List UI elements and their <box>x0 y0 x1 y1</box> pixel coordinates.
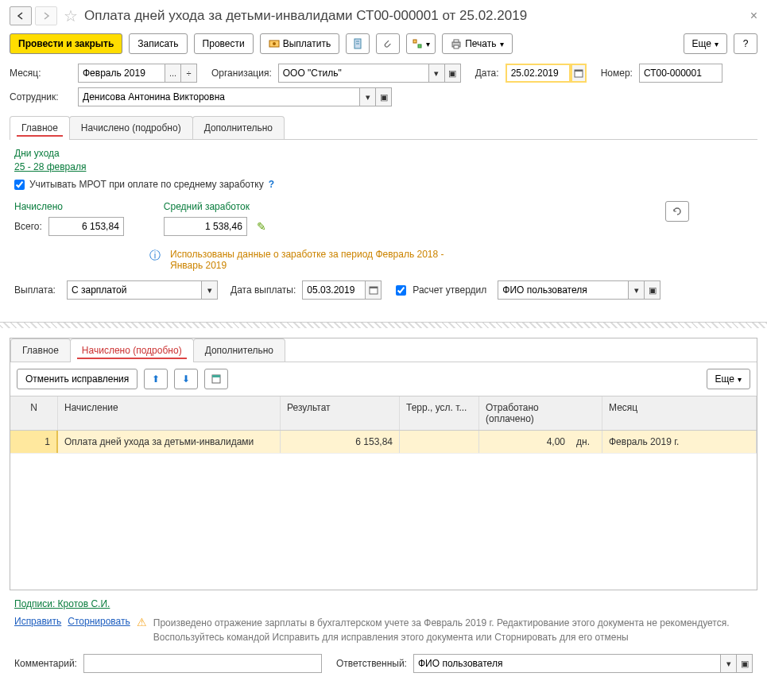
print-button[interactable]: Печать ▾ <box>442 33 512 54</box>
total-input[interactable] <box>48 217 124 236</box>
responsible-dropdown-button[interactable]: ▾ <box>721 654 737 673</box>
more-button-2[interactable]: Еще ▾ <box>707 369 750 389</box>
org-open-button[interactable]: ▣ <box>445 64 461 83</box>
edit-pencil-icon[interactable]: ✎ <box>257 220 266 233</box>
month-input[interactable] <box>78 64 165 83</box>
svg-rect-5 <box>413 40 416 43</box>
money-icon <box>269 38 280 49</box>
post-button[interactable]: Провести <box>194 33 254 54</box>
post-and-close-button[interactable]: Провести и закрыть <box>10 33 122 54</box>
warning-text: Произведено отражение зарплаты в бухгалт… <box>153 616 730 644</box>
payment-date-input[interactable] <box>302 280 366 300</box>
svg-rect-13 <box>370 287 378 288</box>
mrot-help-icon[interactable]: ? <box>269 179 274 190</box>
reverse-link[interactable]: Сторнировать <box>68 616 130 627</box>
payment-date-calendar-button[interactable] <box>366 280 382 300</box>
comment-input[interactable] <box>83 654 322 673</box>
col-header-worked[interactable]: Отработано (оплачено) <box>479 396 602 430</box>
cell-name: Оплата дней ухода за детьми-инвалидами <box>58 431 281 453</box>
more-button[interactable]: Еще ▾ <box>684 33 727 54</box>
tab-main[interactable]: Главное <box>10 116 70 139</box>
date-calendar-button[interactable] <box>571 64 587 83</box>
col-header-name[interactable]: Начисление <box>58 396 281 430</box>
document-icon <box>352 38 363 49</box>
payment-dropdown-button[interactable]: ▾ <box>202 280 218 300</box>
avg-input[interactable] <box>164 217 247 236</box>
org-input[interactable] <box>278 64 429 83</box>
employee-dropdown-button[interactable]: ▾ <box>360 87 376 106</box>
card-view-button[interactable] <box>204 369 228 389</box>
correct-link[interactable]: Исправить <box>14 616 61 627</box>
approved-checkbox[interactable] <box>396 285 406 296</box>
month-clear-button[interactable]: ÷ <box>181 64 197 83</box>
printer-icon <box>451 38 462 49</box>
date-label: Дата: <box>475 68 499 79</box>
table-row[interactable]: 1 Оплата дней ухода за детьми-инвалидами… <box>10 431 757 454</box>
month-label: Месяц: <box>10 68 72 79</box>
tab2-accrued[interactable]: Начислено (подробно) <box>70 338 194 362</box>
svg-rect-15 <box>212 375 220 377</box>
move-down-button[interactable]: ⬇ <box>174 369 198 389</box>
move-up-button[interactable]: ⬆ <box>144 369 168 389</box>
page-title: Оплата дней ухода за детьми-инвалидами С… <box>84 8 527 24</box>
col-header-result[interactable]: Результат <box>281 396 400 430</box>
col-header-n[interactable]: N <box>10 396 58 430</box>
date-input[interactable] <box>506 64 571 83</box>
cell-terr <box>400 431 479 453</box>
responsible-input[interactable] <box>413 654 721 673</box>
approved-dropdown-button[interactable]: ▾ <box>629 280 645 300</box>
paperclip-icon <box>382 38 393 49</box>
mrot-label: Учитывать МРОТ при оплате по среднему за… <box>29 179 264 190</box>
month-picker-button[interactable]: ... <box>165 64 181 83</box>
signature-link[interactable]: Подписи: Кротов С.И. <box>14 598 110 609</box>
tab-additional[interactable]: Дополнительно <box>192 116 285 139</box>
document-icon-button[interactable] <box>346 33 370 54</box>
mrot-checkbox[interactable] <box>14 180 25 190</box>
info-icon: ⓘ <box>149 249 161 263</box>
payment-input[interactable] <box>67 280 202 300</box>
pay-button[interactable]: Выплатить <box>260 33 340 54</box>
refresh-icon <box>672 206 683 217</box>
info-text: Использованы данные о заработке за перио… <box>170 249 472 271</box>
employee-open-button[interactable]: ▣ <box>376 87 392 106</box>
payment-date-label: Дата выплаты: <box>230 284 296 296</box>
nav-forward-button[interactable] <box>35 6 57 25</box>
warning-icon: ⚠ <box>137 616 147 628</box>
tab2-main[interactable]: Главное <box>10 338 71 362</box>
org-dropdown-button[interactable]: ▾ <box>429 64 445 83</box>
days-label: Дни ухода <box>14 148 753 159</box>
responsible-label: Ответственный: <box>336 658 407 669</box>
approved-label: Расчет утвердил <box>413 284 486 296</box>
employee-input[interactable] <box>78 87 360 106</box>
favorite-star-icon[interactable]: ☆ <box>64 6 78 25</box>
approved-open-button[interactable]: ▣ <box>645 280 660 300</box>
approved-input[interactable] <box>498 280 629 300</box>
close-button[interactable]: × <box>750 9 757 23</box>
cancel-corrections-button[interactable]: Отменить исправления <box>17 369 138 389</box>
number-input[interactable] <box>639 64 722 83</box>
nav-back-button[interactable] <box>10 6 32 25</box>
payment-label: Выплата: <box>14 284 60 296</box>
attach-button[interactable] <box>376 33 400 54</box>
help-button[interactable]: ? <box>734 33 757 54</box>
col-header-terr[interactable]: Терр., усл. т... <box>400 396 479 430</box>
save-button[interactable]: Записать <box>129 33 187 54</box>
svg-rect-6 <box>418 44 421 48</box>
arrow-up-icon: ⬆ <box>152 373 160 385</box>
col-header-month[interactable]: Месяц <box>602 396 757 430</box>
tab-accrued[interactable]: Начислено (подробно) <box>69 116 193 139</box>
refresh-button[interactable] <box>665 201 689 222</box>
days-link[interactable]: 25 - 28 февраля <box>14 161 86 172</box>
cell-result: 6 153,84 <box>281 431 400 453</box>
calendar-icon <box>574 68 583 78</box>
structure-button[interactable]: ▾ <box>406 33 436 54</box>
responsible-open-button[interactable]: ▣ <box>737 654 753 673</box>
tab2-additional[interactable]: Дополнительно <box>193 338 285 362</box>
svg-point-1 <box>273 42 276 45</box>
svg-rect-8 <box>454 40 459 42</box>
cell-month: Февраль 2019 г. <box>602 431 757 453</box>
accrued-col-label: Начислено <box>14 201 124 212</box>
employee-label: Сотрудник: <box>10 91 72 102</box>
total-label: Всего: <box>14 221 42 232</box>
svg-rect-9 <box>454 45 459 48</box>
